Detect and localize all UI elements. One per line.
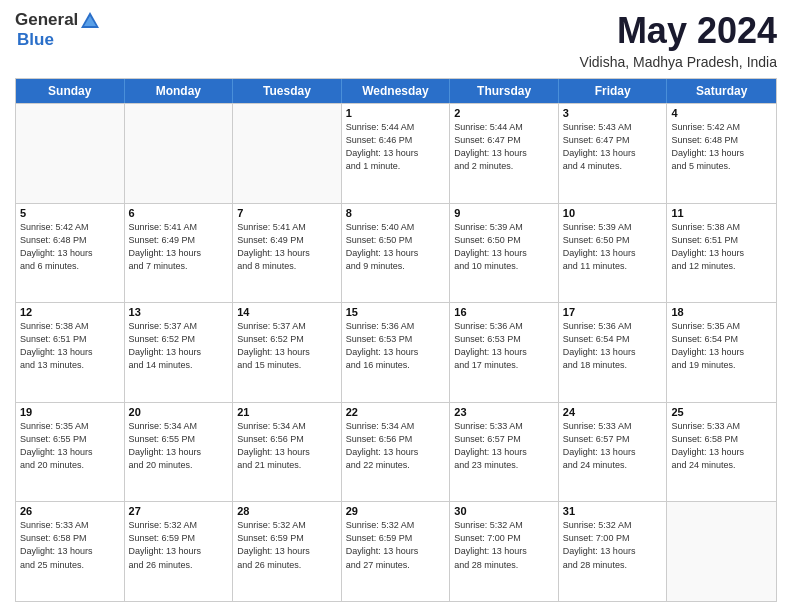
day-number: 24 xyxy=(563,406,663,418)
day-number: 18 xyxy=(671,306,772,318)
calendar-day-19: 19Sunrise: 5:35 AM Sunset: 6:55 PM Dayli… xyxy=(16,403,125,502)
day-of-week-saturday: Saturday xyxy=(667,79,776,103)
title-block: May 2024 Vidisha, Madhya Pradesh, India xyxy=(580,10,777,70)
calendar-day-5: 5Sunrise: 5:42 AM Sunset: 6:48 PM Daylig… xyxy=(16,204,125,303)
day-number: 4 xyxy=(671,107,772,119)
day-info: Sunrise: 5:33 AM Sunset: 6:57 PM Dayligh… xyxy=(454,420,554,472)
day-info: Sunrise: 5:44 AM Sunset: 6:46 PM Dayligh… xyxy=(346,121,446,173)
day-number: 31 xyxy=(563,505,663,517)
day-info: Sunrise: 5:44 AM Sunset: 6:47 PM Dayligh… xyxy=(454,121,554,173)
day-number: 1 xyxy=(346,107,446,119)
calendar-day-20: 20Sunrise: 5:34 AM Sunset: 6:55 PM Dayli… xyxy=(125,403,234,502)
day-info: Sunrise: 5:32 AM Sunset: 7:00 PM Dayligh… xyxy=(563,519,663,571)
day-info: Sunrise: 5:43 AM Sunset: 6:47 PM Dayligh… xyxy=(563,121,663,173)
logo-blue: Blue xyxy=(17,30,54,49)
calendar-week-4: 19Sunrise: 5:35 AM Sunset: 6:55 PM Dayli… xyxy=(16,402,776,502)
calendar-day-12: 12Sunrise: 5:38 AM Sunset: 6:51 PM Dayli… xyxy=(16,303,125,402)
day-info: Sunrise: 5:37 AM Sunset: 6:52 PM Dayligh… xyxy=(237,320,337,372)
month-title: May 2024 xyxy=(580,10,777,52)
calendar-day-26: 26Sunrise: 5:33 AM Sunset: 6:58 PM Dayli… xyxy=(16,502,125,601)
logo: General Blue xyxy=(15,10,102,50)
day-info: Sunrise: 5:39 AM Sunset: 6:50 PM Dayligh… xyxy=(563,221,663,273)
day-info: Sunrise: 5:38 AM Sunset: 6:51 PM Dayligh… xyxy=(20,320,120,372)
day-info: Sunrise: 5:32 AM Sunset: 6:59 PM Dayligh… xyxy=(346,519,446,571)
day-info: Sunrise: 5:34 AM Sunset: 6:55 PM Dayligh… xyxy=(129,420,229,472)
day-number: 14 xyxy=(237,306,337,318)
day-of-week-friday: Friday xyxy=(559,79,668,103)
calendar-day-3: 3Sunrise: 5:43 AM Sunset: 6:47 PM Daylig… xyxy=(559,104,668,203)
calendar-day-16: 16Sunrise: 5:36 AM Sunset: 6:53 PM Dayli… xyxy=(450,303,559,402)
calendar-day-22: 22Sunrise: 5:34 AM Sunset: 6:56 PM Dayli… xyxy=(342,403,451,502)
day-of-week-thursday: Thursday xyxy=(450,79,559,103)
logo-icon xyxy=(79,10,101,30)
day-number: 17 xyxy=(563,306,663,318)
day-info: Sunrise: 5:38 AM Sunset: 6:51 PM Dayligh… xyxy=(671,221,772,273)
day-info: Sunrise: 5:33 AM Sunset: 6:58 PM Dayligh… xyxy=(671,420,772,472)
day-number: 30 xyxy=(454,505,554,517)
day-number: 9 xyxy=(454,207,554,219)
day-info: Sunrise: 5:39 AM Sunset: 6:50 PM Dayligh… xyxy=(454,221,554,273)
day-number: 25 xyxy=(671,406,772,418)
day-number: 16 xyxy=(454,306,554,318)
day-info: Sunrise: 5:35 AM Sunset: 6:54 PM Dayligh… xyxy=(671,320,772,372)
calendar-day-24: 24Sunrise: 5:33 AM Sunset: 6:57 PM Dayli… xyxy=(559,403,668,502)
day-number: 5 xyxy=(20,207,120,219)
day-number: 2 xyxy=(454,107,554,119)
day-number: 6 xyxy=(129,207,229,219)
calendar-day-1: 1Sunrise: 5:44 AM Sunset: 6:46 PM Daylig… xyxy=(342,104,451,203)
header: General Blue May 2024 Vidisha, Madhya Pr… xyxy=(15,10,777,70)
day-info: Sunrise: 5:41 AM Sunset: 6:49 PM Dayligh… xyxy=(237,221,337,273)
calendar-day-4: 4Sunrise: 5:42 AM Sunset: 6:48 PM Daylig… xyxy=(667,104,776,203)
day-info: Sunrise: 5:32 AM Sunset: 7:00 PM Dayligh… xyxy=(454,519,554,571)
day-number: 11 xyxy=(671,207,772,219)
day-info: Sunrise: 5:35 AM Sunset: 6:55 PM Dayligh… xyxy=(20,420,120,472)
calendar-day-18: 18Sunrise: 5:35 AM Sunset: 6:54 PM Dayli… xyxy=(667,303,776,402)
calendar-day-8: 8Sunrise: 5:40 AM Sunset: 6:50 PM Daylig… xyxy=(342,204,451,303)
calendar-day-14: 14Sunrise: 5:37 AM Sunset: 6:52 PM Dayli… xyxy=(233,303,342,402)
calendar-day-17: 17Sunrise: 5:36 AM Sunset: 6:54 PM Dayli… xyxy=(559,303,668,402)
day-of-week-wednesday: Wednesday xyxy=(342,79,451,103)
day-number: 27 xyxy=(129,505,229,517)
day-of-week-sunday: Sunday xyxy=(16,79,125,103)
day-info: Sunrise: 5:36 AM Sunset: 6:53 PM Dayligh… xyxy=(454,320,554,372)
calendar-day-27: 27Sunrise: 5:32 AM Sunset: 6:59 PM Dayli… xyxy=(125,502,234,601)
calendar-day-7: 7Sunrise: 5:41 AM Sunset: 6:49 PM Daylig… xyxy=(233,204,342,303)
day-info: Sunrise: 5:36 AM Sunset: 6:54 PM Dayligh… xyxy=(563,320,663,372)
day-info: Sunrise: 5:36 AM Sunset: 6:53 PM Dayligh… xyxy=(346,320,446,372)
day-info: Sunrise: 5:42 AM Sunset: 6:48 PM Dayligh… xyxy=(671,121,772,173)
calendar-day-empty xyxy=(16,104,125,203)
day-info: Sunrise: 5:32 AM Sunset: 6:59 PM Dayligh… xyxy=(129,519,229,571)
calendar-week-1: 1Sunrise: 5:44 AM Sunset: 6:46 PM Daylig… xyxy=(16,103,776,203)
calendar-day-empty xyxy=(233,104,342,203)
day-info: Sunrise: 5:32 AM Sunset: 6:59 PM Dayligh… xyxy=(237,519,337,571)
day-info: Sunrise: 5:42 AM Sunset: 6:48 PM Dayligh… xyxy=(20,221,120,273)
calendar-day-11: 11Sunrise: 5:38 AM Sunset: 6:51 PM Dayli… xyxy=(667,204,776,303)
day-of-week-tuesday: Tuesday xyxy=(233,79,342,103)
day-number: 21 xyxy=(237,406,337,418)
day-info: Sunrise: 5:33 AM Sunset: 6:57 PM Dayligh… xyxy=(563,420,663,472)
day-number: 19 xyxy=(20,406,120,418)
day-number: 29 xyxy=(346,505,446,517)
day-of-week-monday: Monday xyxy=(125,79,234,103)
calendar-week-5: 26Sunrise: 5:33 AM Sunset: 6:58 PM Dayli… xyxy=(16,501,776,601)
calendar-day-23: 23Sunrise: 5:33 AM Sunset: 6:57 PM Dayli… xyxy=(450,403,559,502)
calendar-day-6: 6Sunrise: 5:41 AM Sunset: 6:49 PM Daylig… xyxy=(125,204,234,303)
calendar-day-25: 25Sunrise: 5:33 AM Sunset: 6:58 PM Dayli… xyxy=(667,403,776,502)
calendar-day-15: 15Sunrise: 5:36 AM Sunset: 6:53 PM Dayli… xyxy=(342,303,451,402)
day-info: Sunrise: 5:37 AM Sunset: 6:52 PM Dayligh… xyxy=(129,320,229,372)
day-number: 23 xyxy=(454,406,554,418)
calendar-day-10: 10Sunrise: 5:39 AM Sunset: 6:50 PM Dayli… xyxy=(559,204,668,303)
calendar: SundayMondayTuesdayWednesdayThursdayFrid… xyxy=(15,78,777,602)
calendar-day-empty xyxy=(125,104,234,203)
calendar-week-2: 5Sunrise: 5:42 AM Sunset: 6:48 PM Daylig… xyxy=(16,203,776,303)
day-number: 20 xyxy=(129,406,229,418)
day-number: 7 xyxy=(237,207,337,219)
calendar-day-2: 2Sunrise: 5:44 AM Sunset: 6:47 PM Daylig… xyxy=(450,104,559,203)
calendar-day-30: 30Sunrise: 5:32 AM Sunset: 7:00 PM Dayli… xyxy=(450,502,559,601)
day-number: 8 xyxy=(346,207,446,219)
day-number: 26 xyxy=(20,505,120,517)
page: General Blue May 2024 Vidisha, Madhya Pr… xyxy=(0,0,792,612)
day-number: 12 xyxy=(20,306,120,318)
calendar-day-31: 31Sunrise: 5:32 AM Sunset: 7:00 PM Dayli… xyxy=(559,502,668,601)
day-info: Sunrise: 5:33 AM Sunset: 6:58 PM Dayligh… xyxy=(20,519,120,571)
